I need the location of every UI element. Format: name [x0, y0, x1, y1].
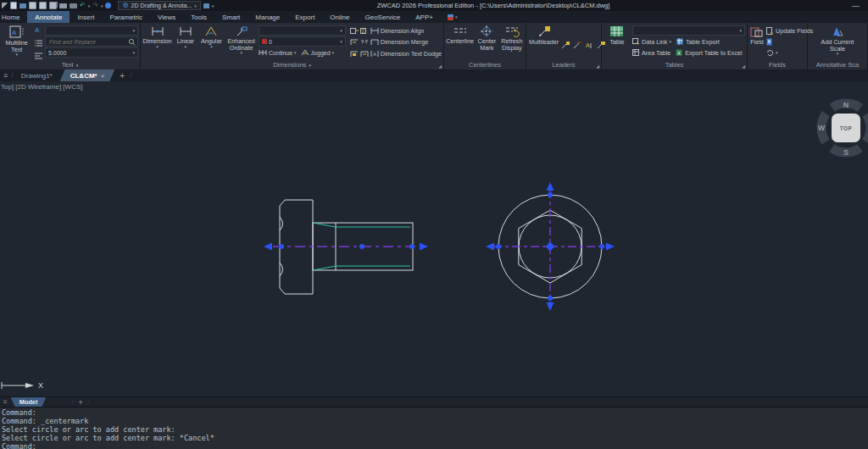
data-link-button[interactable]: Data Link [642, 38, 667, 46]
tables-dialog-launcher-icon[interactable]: ◢ [742, 64, 745, 69]
center-mark-button[interactable]: Center Mark [476, 25, 498, 60]
new-file-icon[interactable] [10, 2, 17, 9]
viewcube-west[interactable]: W [818, 124, 826, 132]
fields-panel-label[interactable]: Fields [769, 61, 786, 69]
save-as-icon[interactable] [39, 2, 47, 9]
multileader-button[interactable]: Multileader [528, 25, 559, 60]
undo-icon[interactable]: ↶ [80, 3, 86, 9]
centerlines-panel-label[interactable]: Centerlines [469, 61, 501, 69]
tab-geoservice[interactable]: GeoService [357, 11, 408, 23]
viewport-controls-label[interactable]: Top] [2D Wireframe] [WCS] [1, 83, 82, 91]
text-style-icon[interactable]: A [34, 25, 42, 33]
dim-style-dropdown[interactable]: ▾ [259, 25, 346, 36]
doc-tab-drawing1[interactable]: Drawing1* [14, 69, 60, 81]
tab-manage[interactable]: Manage [248, 11, 287, 23]
tab-annotate[interactable]: Annotate [27, 11, 70, 23]
tables-panel-label[interactable]: Tables [665, 61, 684, 69]
undo-caret-icon[interactable]: ▾ [88, 3, 91, 8]
tab-parametric[interactable]: Parametric [102, 11, 150, 23]
dimension-merge-button[interactable]: Dimension Merge [350, 37, 442, 47]
command-prompt-line[interactable]: Command: [2, 442, 868, 449]
text-height-dropdown[interactable]: 5.0000 ▾ [45, 47, 138, 58]
tab-online[interactable]: Online [322, 11, 357, 23]
tab-export[interactable]: Export [287, 11, 322, 23]
sheetset-icon[interactable] [203, 3, 209, 8]
command-line[interactable]: Command: Command: _centermark Select cir… [0, 407, 868, 449]
export-excel-button[interactable]: Export Table to Excel [685, 49, 742, 57]
help-icon[interactable] [105, 3, 111, 8]
save-icon[interactable] [29, 2, 36, 9]
angular-button[interactable]: Angular ▾ [199, 25, 225, 60]
multiline-text-button[interactable]: A Multiline Text ▾ [2, 25, 31, 60]
continue-dim-button[interactable]: Continue [269, 50, 292, 56]
layout-menu-icon[interactable]: ≡ [0, 397, 11, 407]
doc-tabs-menu-icon[interactable]: ≡ [0, 69, 11, 81]
minimize-button[interactable]: — [852, 2, 868, 10]
qat-more-caret-icon[interactable]: ▾ [212, 3, 214, 8]
leaders-panel-label[interactable]: Leaders [552, 61, 575, 69]
align-leaders-icon[interactable]: A [585, 41, 594, 49]
center-mark[interactable] [486, 182, 615, 311]
linear-button[interactable]: Linear ▾ [174, 25, 198, 60]
find-replace-box[interactable] [45, 36, 138, 47]
ribbon-display-toggle[interactable]: ▾ [448, 11, 458, 23]
text-panel-label[interactable]: Text [62, 61, 74, 69]
new-drawing-button[interactable]: + [114, 69, 130, 81]
redo-icon[interactable]: ↷ [92, 3, 98, 9]
tab-app-plus[interactable]: APP+ [408, 11, 441, 23]
text-align-icon[interactable] [34, 52, 43, 59]
area-table-button[interactable]: Area Table [642, 49, 670, 57]
search-icon[interactable] [128, 38, 136, 46]
viewcube[interactable]: N W S E TOP [812, 94, 868, 162]
new-layout-button[interactable]: + [75, 397, 86, 407]
open-file-icon[interactable] [19, 3, 26, 8]
model-tab[interactable]: Model [11, 397, 47, 407]
drawing-viewport[interactable]: Top] [2D Wireframe] [WCS] [0, 81, 868, 396]
plot-icon[interactable] [70, 3, 77, 8]
copy-icon[interactable] [49, 2, 57, 9]
table-button[interactable]: Table [604, 25, 631, 60]
tab-insert[interactable]: Insert [70, 11, 102, 23]
close-tab-icon[interactable]: × [101, 72, 105, 80]
tab-tools[interactable]: Tools [183, 11, 214, 23]
table-export-button[interactable]: Table Export [686, 38, 720, 46]
jogged-button[interactable]: Jogged [311, 50, 331, 56]
dimensions-panel-label[interactable]: Dimensions [273, 61, 306, 69]
remove-leader-icon[interactable] [573, 41, 582, 49]
tab-views[interactable]: Views [150, 11, 183, 23]
side-centerline[interactable] [264, 243, 428, 251]
field-refresh-icon[interactable] [766, 49, 774, 57]
centerline-label: Centerline [446, 38, 474, 45]
field-button[interactable]: Field [749, 25, 765, 60]
leaders-dialog-launcher-icon[interactable]: ◢ [596, 64, 599, 69]
viewcube-south[interactable]: S [843, 148, 849, 157]
update-fields-button[interactable]: Update Fields [766, 25, 813, 36]
annotative-scale-panel-label[interactable]: Annotative Sca [816, 61, 859, 69]
doc-tab-clcm[interactable]: CL&CM* × [60, 69, 115, 81]
add-current-scale-button[interactable]: Add Current Scale ▾ [816, 25, 859, 60]
table-style-dropdown[interactable]: ▾ [632, 25, 745, 36]
enhanced-ordinate-button[interactable]: Enhanced Ordinate ▾ [225, 25, 257, 60]
print-icon[interactable] [59, 3, 67, 8]
dimension-text-dodge-button[interactable]: A Dimension Text Dodge [350, 48, 442, 58]
zwcad-window: ↶ ▾ ↷ ▾ ⚙ 2D Drafting & Annota... ▾ ▾ ZW… [0, 0, 868, 449]
tab-smart[interactable]: Smart [214, 11, 248, 23]
numbered-list-icon[interactable] [34, 39, 43, 47]
ribbon-style-icon [448, 14, 453, 20]
centerline-button[interactable]: Centerline [446, 25, 474, 60]
viewcube-north[interactable]: N [843, 101, 849, 109]
field-refresh-caret-icon[interactable]: ▾ [776, 51, 778, 54]
refresh-display-button[interactable]: Refresh Display [500, 25, 524, 60]
workspace-dropdown[interactable]: ⚙ 2D Drafting & Annota... ▾ [118, 1, 200, 10]
text-style-dropdown[interactable]: ▾ [45, 25, 138, 36]
tab-home[interactable]: Home [0, 11, 27, 23]
dimensions-dialog-launcher-icon[interactable]: ◢ [438, 64, 442, 69]
redo-caret-icon[interactable]: ▾ [101, 3, 103, 8]
find-replace-input[interactable] [47, 38, 128, 46]
field-doc-icon[interactable] [766, 38, 774, 46]
add-leader-icon[interactable] [561, 41, 570, 49]
ucs-icon[interactable]: X [2, 381, 43, 390]
dimension-button[interactable]: Dimension ▾ [142, 25, 172, 60]
dimension-align-button[interactable]: Dimension Align [350, 25, 442, 36]
dim-layer-dropdown[interactable]: 0 ▾ [259, 36, 346, 47]
